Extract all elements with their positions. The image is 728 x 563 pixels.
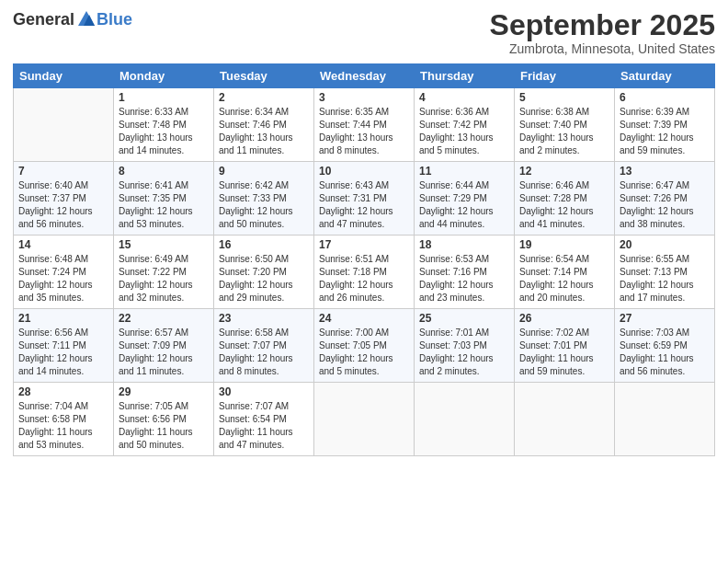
calendar-cell: 25Sunrise: 7:01 AMSunset: 7:03 PMDayligh… — [415, 309, 515, 383]
title-area: September 2025 Zumbrota, Minnesota, Unit… — [490, 9, 715, 56]
cell-info: Sunrise: 7:05 AMSunset: 6:56 PMDaylight:… — [119, 400, 209, 452]
calendar-cell — [515, 383, 615, 456]
calendar-cell: 22Sunrise: 6:57 AMSunset: 7:09 PMDayligh… — [114, 309, 214, 383]
day-number: 15 — [119, 238, 209, 251]
day-number: 3 — [319, 91, 409, 104]
day-number: 10 — [319, 165, 409, 178]
month-title: September 2025 — [490, 9, 715, 41]
calendar-cell: 21Sunrise: 6:56 AMSunset: 7:11 PMDayligh… — [14, 309, 114, 383]
calendar-cell — [415, 383, 515, 456]
day-number: 6 — [620, 91, 710, 104]
calendar-cell: 6Sunrise: 6:39 AMSunset: 7:39 PMDaylight… — [615, 88, 715, 162]
day-number: 27 — [620, 312, 710, 325]
day-number: 5 — [519, 91, 609, 104]
calendar-cell: 28Sunrise: 7:04 AMSunset: 6:58 PMDayligh… — [14, 383, 114, 456]
header-day-thursday: Thursday — [415, 64, 515, 88]
calendar-cell: 12Sunrise: 6:46 AMSunset: 7:28 PMDayligh… — [515, 162, 615, 236]
calendar-cell: 5Sunrise: 6:38 AMSunset: 7:40 PMDaylight… — [515, 88, 615, 162]
cell-info: Sunrise: 6:54 AMSunset: 7:14 PMDaylight:… — [519, 253, 609, 304]
cell-info: Sunrise: 6:43 AMSunset: 7:31 PMDaylight:… — [319, 179, 409, 231]
cell-info: Sunrise: 6:58 AMSunset: 7:07 PMDaylight:… — [219, 327, 309, 378]
day-number: 7 — [18, 165, 108, 178]
calendar-cell: 29Sunrise: 7:05 AMSunset: 6:56 PMDayligh… — [114, 383, 214, 456]
cell-info: Sunrise: 6:51 AMSunset: 7:18 PMDaylight:… — [319, 253, 409, 304]
cell-info: Sunrise: 7:00 AMSunset: 7:05 PMDaylight:… — [319, 327, 409, 378]
day-number: 16 — [219, 238, 309, 251]
day-number: 18 — [419, 238, 509, 251]
day-number: 20 — [620, 238, 710, 251]
logo-text-general: General — [13, 10, 74, 29]
header: General Blue September 2025 Zumbrota, Mi… — [13, 9, 715, 56]
week-row-3: 14Sunrise: 6:48 AMSunset: 7:24 PMDayligh… — [14, 236, 715, 309]
calendar-cell: 19Sunrise: 6:54 AMSunset: 7:14 PMDayligh… — [515, 236, 615, 309]
calendar-header-row: SundayMondayTuesdayWednesdayThursdayFrid… — [14, 64, 715, 88]
cell-info: Sunrise: 6:41 AMSunset: 7:35 PMDaylight:… — [119, 179, 209, 231]
cell-info: Sunrise: 7:03 AMSunset: 6:59 PMDaylight:… — [620, 327, 710, 378]
cell-info: Sunrise: 6:34 AMSunset: 7:46 PMDaylight:… — [219, 106, 309, 157]
calendar-cell: 13Sunrise: 6:47 AMSunset: 7:26 PMDayligh… — [615, 162, 715, 236]
cell-info: Sunrise: 6:57 AMSunset: 7:09 PMDaylight:… — [119, 327, 209, 378]
calendar-cell: 11Sunrise: 6:44 AMSunset: 7:29 PMDayligh… — [415, 162, 515, 236]
cell-info: Sunrise: 6:40 AMSunset: 7:37 PMDaylight:… — [18, 179, 108, 231]
calendar-cell — [615, 383, 715, 456]
cell-info: Sunrise: 6:55 AMSunset: 7:13 PMDaylight:… — [620, 253, 710, 304]
cell-info: Sunrise: 6:38 AMSunset: 7:40 PMDaylight:… — [519, 106, 609, 157]
cell-info: Sunrise: 6:39 AMSunset: 7:39 PMDaylight:… — [620, 106, 710, 157]
calendar-cell: 4Sunrise: 6:36 AMSunset: 7:42 PMDaylight… — [415, 88, 515, 162]
logo: General Blue — [13, 9, 132, 29]
day-number: 30 — [219, 385, 309, 398]
header-day-monday: Monday — [114, 64, 214, 88]
day-number: 23 — [219, 312, 309, 325]
calendar-cell: 26Sunrise: 7:02 AMSunset: 7:01 PMDayligh… — [515, 309, 615, 383]
header-day-wednesday: Wednesday — [314, 64, 415, 88]
header-day-tuesday: Tuesday — [214, 64, 314, 88]
day-number: 19 — [519, 238, 609, 251]
cell-info: Sunrise: 6:53 AMSunset: 7:16 PMDaylight:… — [419, 253, 509, 304]
logo-text-blue: Blue — [97, 10, 132, 29]
logo-area: General Blue — [13, 9, 132, 29]
day-number: 2 — [219, 91, 309, 104]
calendar-cell: 23Sunrise: 6:58 AMSunset: 7:07 PMDayligh… — [214, 309, 314, 383]
calendar-cell: 8Sunrise: 6:41 AMSunset: 7:35 PMDaylight… — [114, 162, 214, 236]
cell-info: Sunrise: 7:04 AMSunset: 6:58 PMDaylight:… — [18, 400, 108, 452]
calendar-cell: 24Sunrise: 7:00 AMSunset: 7:05 PMDayligh… — [314, 309, 415, 383]
day-number: 21 — [18, 312, 108, 325]
cell-info: Sunrise: 6:44 AMSunset: 7:29 PMDaylight:… — [419, 179, 509, 231]
day-number: 14 — [18, 238, 108, 251]
cell-info: Sunrise: 6:36 AMSunset: 7:42 PMDaylight:… — [419, 106, 509, 157]
week-row-5: 28Sunrise: 7:04 AMSunset: 6:58 PMDayligh… — [14, 383, 715, 456]
cell-info: Sunrise: 6:35 AMSunset: 7:44 PMDaylight:… — [319, 106, 409, 157]
day-number: 29 — [119, 385, 209, 398]
calendar-cell: 27Sunrise: 7:03 AMSunset: 6:59 PMDayligh… — [615, 309, 715, 383]
calendar-cell: 7Sunrise: 6:40 AMSunset: 7:37 PMDaylight… — [14, 162, 114, 236]
logo-icon — [76, 9, 97, 29]
header-day-sunday: Sunday — [14, 64, 114, 88]
day-number: 13 — [620, 165, 710, 178]
calendar-cell: 15Sunrise: 6:49 AMSunset: 7:22 PMDayligh… — [114, 236, 214, 309]
day-number: 17 — [319, 238, 409, 251]
calendar-cell — [314, 383, 415, 456]
calendar-cell: 16Sunrise: 6:50 AMSunset: 7:20 PMDayligh… — [214, 236, 314, 309]
week-row-1: 1Sunrise: 6:33 AMSunset: 7:48 PMDaylight… — [14, 88, 715, 162]
day-number: 28 — [18, 385, 108, 398]
calendar-cell: 18Sunrise: 6:53 AMSunset: 7:16 PMDayligh… — [415, 236, 515, 309]
week-row-2: 7Sunrise: 6:40 AMSunset: 7:37 PMDaylight… — [14, 162, 715, 236]
cell-info: Sunrise: 6:48 AMSunset: 7:24 PMDaylight:… — [18, 253, 108, 304]
day-number: 1 — [119, 91, 209, 104]
calendar-cell: 10Sunrise: 6:43 AMSunset: 7:31 PMDayligh… — [314, 162, 415, 236]
cell-info: Sunrise: 6:56 AMSunset: 7:11 PMDaylight:… — [18, 327, 108, 378]
day-number: 4 — [419, 91, 509, 104]
calendar-cell: 9Sunrise: 6:42 AMSunset: 7:33 PMDaylight… — [214, 162, 314, 236]
cell-info: Sunrise: 7:02 AMSunset: 7:01 PMDaylight:… — [519, 327, 609, 378]
day-number: 8 — [119, 165, 209, 178]
location-title: Zumbrota, Minnesota, United States — [490, 41, 715, 56]
week-row-4: 21Sunrise: 6:56 AMSunset: 7:11 PMDayligh… — [14, 309, 715, 383]
calendar-cell: 30Sunrise: 7:07 AMSunset: 6:54 PMDayligh… — [214, 383, 314, 456]
day-number: 26 — [519, 312, 609, 325]
day-number: 11 — [419, 165, 509, 178]
cell-info: Sunrise: 7:07 AMSunset: 6:54 PMDaylight:… — [219, 400, 309, 452]
header-day-saturday: Saturday — [615, 64, 715, 88]
calendar-cell: 17Sunrise: 6:51 AMSunset: 7:18 PMDayligh… — [314, 236, 415, 309]
calendar-table: SundayMondayTuesdayWednesdayThursdayFrid… — [13, 63, 715, 456]
cell-info: Sunrise: 6:47 AMSunset: 7:26 PMDaylight:… — [620, 179, 710, 231]
